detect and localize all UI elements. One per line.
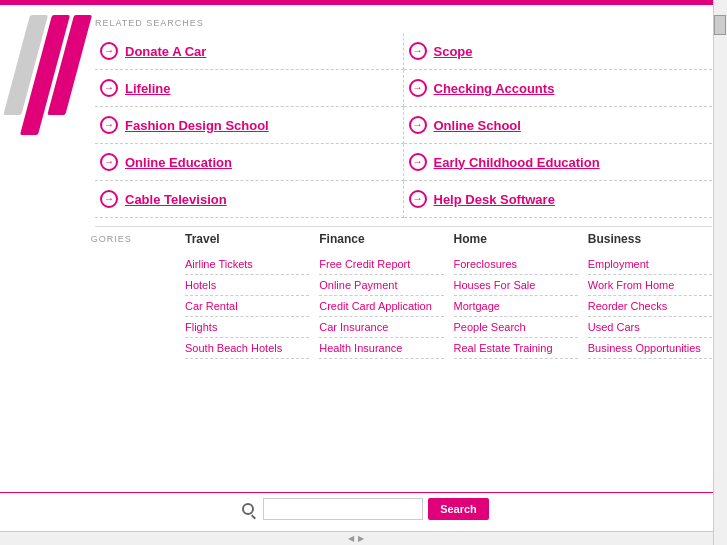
link-mortgage[interactable]: Mortgage (454, 300, 500, 312)
scrollbar-bottom[interactable]: ◀ ▶ (0, 531, 713, 545)
arrow-icon (409, 42, 427, 60)
link-work-from-home[interactable]: Work From Home (588, 279, 675, 291)
category-home: Home Foreclosures Houses For Sale Mortga… (454, 232, 578, 359)
search-input[interactable] (263, 498, 423, 520)
arrow-icon (409, 116, 427, 134)
list-item: People Search (454, 317, 578, 338)
link-flights[interactable]: Flights (185, 321, 217, 333)
link-airline-tickets[interactable]: Airline Tickets (185, 258, 253, 270)
list-item: Free Credit Report (319, 254, 443, 275)
link-health-insurance[interactable]: Health Insurance (319, 342, 402, 354)
category-business: Business Employment Work From Home Reord… (588, 232, 712, 359)
link-free-credit-report[interactable]: Free Credit Report (319, 258, 410, 270)
arrow-icon (100, 190, 118, 208)
scrollbar-right[interactable] (713, 0, 727, 545)
link-help-desk-software[interactable]: Help Desk Software (434, 192, 555, 207)
list-item: Online Education (95, 144, 404, 181)
list-item: Online School (404, 107, 713, 144)
link-checking-accounts[interactable]: Checking Accounts (434, 81, 555, 96)
link-fashion-design-school[interactable]: Fashion Design School (125, 118, 269, 133)
category-title-home: Home (454, 232, 578, 248)
list-item: South Beach Hotels (185, 338, 309, 359)
list-item: Early Childhood Education (404, 144, 713, 181)
link-foreclosures[interactable]: Foreclosures (454, 258, 518, 270)
list-item: Reorder Checks (588, 296, 712, 317)
links-grid: Donate A Car Scope Lifeline Checking Acc… (95, 33, 712, 218)
link-south-beach-hotels[interactable]: South Beach Hotels (185, 342, 282, 354)
page-wrapper: RELATED SEARCHES Donate A Car Scope Life… (0, 0, 727, 545)
link-car-rental[interactable]: Car Rental (185, 300, 238, 312)
list-item: Checking Accounts (404, 70, 713, 107)
link-employment[interactable]: Employment (588, 258, 649, 270)
list-item: Online Payment (319, 275, 443, 296)
link-people-search[interactable]: People Search (454, 321, 526, 333)
link-early-childhood-education[interactable]: Early Childhood Education (434, 155, 600, 170)
category-title-business: Business (588, 232, 712, 248)
list-item: Real Estate Training (454, 338, 578, 359)
main-content: RELATED SEARCHES Donate A Car Scope Life… (90, 5, 727, 359)
arrow-icon (100, 42, 118, 60)
list-item: Credit Card Application (319, 296, 443, 317)
arrow-icon (100, 79, 118, 97)
link-business-opportunities[interactable]: Business Opportunities (588, 342, 701, 354)
list-item: Fashion Design School (95, 107, 404, 144)
section-divider (95, 226, 712, 227)
search-bar: Search (0, 492, 727, 525)
link-online-payment[interactable]: Online Payment (319, 279, 397, 291)
category-list-home: Foreclosures Houses For Sale Mortgage Pe… (454, 254, 578, 359)
arrow-icon (409, 79, 427, 97)
search-circle-icon (242, 503, 254, 515)
link-reorder-checks[interactable]: Reorder Checks (588, 300, 667, 312)
list-item: Work From Home (588, 275, 712, 296)
list-item: Used Cars (588, 317, 712, 338)
arrow-icon (409, 190, 427, 208)
link-used-cars[interactable]: Used Cars (588, 321, 640, 333)
list-item: Foreclosures (454, 254, 578, 275)
link-real-estate-training[interactable]: Real Estate Training (454, 342, 553, 354)
category-list-business: Employment Work From Home Reorder Checks… (588, 254, 712, 359)
category-title-travel: Travel (185, 232, 309, 248)
category-list-finance: Free Credit Report Online Payment Credit… (319, 254, 443, 359)
scrollbar-thumb[interactable] (714, 15, 726, 35)
category-finance: Finance Free Credit Report Online Paymen… (319, 232, 443, 359)
logo-stripes (0, 15, 92, 135)
scroll-arrows: ◀ ▶ (348, 534, 365, 543)
popular-label-container: POPULAR CATEGORIES (95, 232, 185, 359)
list-item: Lifeline (95, 70, 404, 107)
link-scope[interactable]: Scope (434, 44, 473, 59)
popular-section: POPULAR CATEGORIES Travel Airline Ticket… (95, 232, 712, 359)
link-donate-a-car[interactable]: Donate A Car (125, 44, 206, 59)
list-item: Donate A Car (95, 33, 404, 70)
list-item: Airline Tickets (185, 254, 309, 275)
categories-grid: Travel Airline Tickets Hotels Car Rental… (185, 232, 712, 359)
related-searches-label: RELATED SEARCHES (95, 10, 712, 33)
list-item: Health Insurance (319, 338, 443, 359)
search-button[interactable]: Search (428, 498, 489, 520)
link-car-insurance[interactable]: Car Insurance (319, 321, 388, 333)
search-icon (238, 499, 258, 519)
link-houses-for-sale[interactable]: Houses For Sale (454, 279, 536, 291)
logo-area (0, 5, 90, 315)
link-lifeline[interactable]: Lifeline (125, 81, 171, 96)
list-item: Houses For Sale (454, 275, 578, 296)
list-item: Employment (588, 254, 712, 275)
arrow-icon (100, 116, 118, 134)
link-cable-television[interactable]: Cable Television (125, 192, 227, 207)
list-item: Flights (185, 317, 309, 338)
list-item: Cable Television (95, 181, 404, 218)
link-hotels[interactable]: Hotels (185, 279, 216, 291)
list-item: Help Desk Software (404, 181, 713, 218)
list-item: Car Insurance (319, 317, 443, 338)
category-travel: Travel Airline Tickets Hotels Car Rental… (185, 232, 309, 359)
category-list-travel: Airline Tickets Hotels Car Rental Flight… (185, 254, 309, 359)
list-item: Scope (404, 33, 713, 70)
list-item: Car Rental (185, 296, 309, 317)
link-online-education[interactable]: Online Education (125, 155, 232, 170)
link-online-school[interactable]: Online School (434, 118, 521, 133)
arrow-icon (409, 153, 427, 171)
category-title-finance: Finance (319, 232, 443, 248)
list-item: Business Opportunities (588, 338, 712, 359)
list-item: Mortgage (454, 296, 578, 317)
link-credit-card-application[interactable]: Credit Card Application (319, 300, 432, 312)
list-item: Hotels (185, 275, 309, 296)
